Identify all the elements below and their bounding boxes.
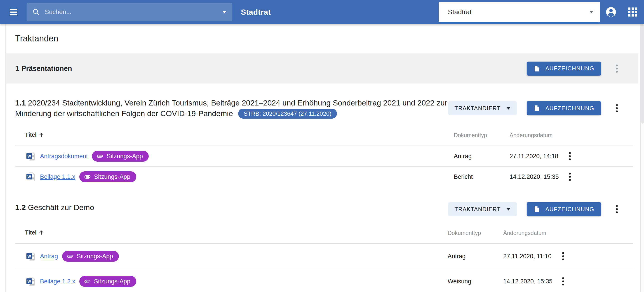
recording-button[interactable]: AUFZEICHNUNG xyxy=(527,202,601,216)
modified-cell: 27.11.2020, 11:10 xyxy=(503,253,552,260)
svg-text:W: W xyxy=(28,175,31,179)
chevron-down-icon xyxy=(506,208,510,211)
column-modified[interactable]: Änderungsdatum xyxy=(510,132,552,138)
sitzungs-app-chip[interactable]: Sitzungs-App xyxy=(92,151,149,162)
document-icon xyxy=(534,104,540,112)
page-title: Traktanden xyxy=(15,32,644,45)
table-row: W Beilage 1.1.x Sitzungs-App Bericht 14.… xyxy=(15,166,633,187)
attachment-icon xyxy=(67,253,74,260)
table-header-row: Titel Dokumenttyp Änderungsdatum xyxy=(15,124,633,146)
scrollbar[interactable] xyxy=(640,24,644,292)
modified-cell: 27.11.2020, 14:18 xyxy=(510,153,558,160)
workspace-select-value: Stadtrat xyxy=(448,8,472,16)
sort-ascending-icon xyxy=(38,230,44,236)
column-doc-type[interactable]: Dokumenttyp xyxy=(454,132,487,138)
column-modified[interactable]: Änderungsdatum xyxy=(503,230,546,236)
kebab-icon xyxy=(569,155,571,157)
agenda-item-number: 1.1 xyxy=(15,98,26,107)
agenda-item-1-2: 1.2 Geschäft zur Demo TRAKTANDIERT AUFZE… xyxy=(15,202,638,292)
row-more-button[interactable] xyxy=(558,249,568,263)
recording-button[interactable]: AUFZEICHNUNG xyxy=(527,101,601,115)
row-more-button[interactable] xyxy=(565,149,575,163)
table-row: W Antragsdokument Sitzungs-App Antrag 27… xyxy=(15,146,633,166)
workspace-select[interactable]: Stadtrat xyxy=(439,2,600,22)
svg-text:W: W xyxy=(28,279,31,284)
strb-badge: STRB: 2020/123647 (27.11.2020) xyxy=(238,109,337,119)
hamburger-icon xyxy=(10,9,18,10)
kebab-icon xyxy=(616,68,618,69)
apps-grid-icon xyxy=(628,8,637,17)
doc-type-cell: Antrag xyxy=(448,253,466,260)
attachment-icon xyxy=(84,278,91,285)
agenda-item-1-1: 1.1 2020/234 Stadtentwicklung, Verein Zü… xyxy=(15,98,638,187)
agenda-item-more-button[interactable] xyxy=(612,101,622,115)
word-file-icon: W xyxy=(26,172,35,182)
agenda-item-title: 1.1 2020/234 Stadtentwicklung, Verein Zü… xyxy=(15,98,448,119)
sort-ascending-icon xyxy=(38,132,44,138)
search-scope-caret-icon[interactable] xyxy=(222,11,226,13)
agenda-item-title: 1.2 Geschäft zur Demo xyxy=(15,202,448,213)
sitzungs-app-chip[interactable]: Sitzungs-App xyxy=(62,251,119,262)
table-row: W Beilage 1.2.x Sitzungs-App Weisung 14.… xyxy=(15,269,633,292)
search-box[interactable] xyxy=(27,3,232,21)
word-file-icon: W xyxy=(26,251,35,261)
column-title[interactable]: Titel xyxy=(25,229,44,236)
chevron-down-icon xyxy=(506,107,510,109)
column-title[interactable]: Titel xyxy=(25,131,44,138)
word-file-icon: W xyxy=(26,152,35,161)
presentations-count-label: 1 Präsentationen xyxy=(16,65,72,73)
main-content: Traktanden 1 Präsentationen AUFZEICHNUNG… xyxy=(0,32,644,292)
search-input[interactable] xyxy=(45,8,222,16)
presentations-more-button[interactable] xyxy=(612,62,622,76)
document-icon xyxy=(534,205,540,213)
row-more-button[interactable] xyxy=(565,170,575,184)
svg-text:W: W xyxy=(28,254,31,258)
word-file-icon: W xyxy=(26,277,35,286)
account-button[interactable] xyxy=(605,6,617,18)
sitzungs-app-chip[interactable]: Sitzungs-App xyxy=(79,276,136,287)
document-link[interactable]: Beilage 1.2.x xyxy=(40,278,75,285)
table-row: W Antrag Sitzungs-App Antrag 27.11.2020,… xyxy=(15,244,633,269)
document-icon xyxy=(534,65,540,72)
documents-table: Titel Dokumenttyp Änderungsdatum W xyxy=(15,222,633,292)
document-link[interactable]: Antragsdokument xyxy=(40,153,88,160)
scrollbar-thumb[interactable] xyxy=(641,24,644,124)
table-header-row: Titel Dokumenttyp Änderungsdatum xyxy=(15,222,633,244)
svg-text:W: W xyxy=(28,154,31,159)
status-dropdown-button[interactable]: TRAKTANDIERT xyxy=(448,202,517,216)
presentations-bar: 1 Präsentationen AUFZEICHNUNG xyxy=(6,53,638,84)
search-icon xyxy=(32,8,40,16)
doc-type-cell: Weisung xyxy=(448,278,471,285)
doc-type-cell: Antrag xyxy=(454,153,472,160)
agenda-item-more-button[interactable] xyxy=(612,202,622,216)
kebab-icon xyxy=(569,176,571,178)
menu-button[interactable] xyxy=(7,5,20,19)
app-header: Stadtrat Stadtrat xyxy=(0,0,644,24)
kebab-icon xyxy=(616,208,618,210)
account-circle-icon xyxy=(605,6,617,18)
sitzungs-app-chip[interactable]: Sitzungs-App xyxy=(79,171,136,182)
row-more-button[interactable] xyxy=(558,274,568,288)
modified-cell: 14.12.2020, 15:35 xyxy=(510,173,559,180)
kebab-icon xyxy=(562,255,564,257)
doc-type-cell: Bericht xyxy=(454,173,473,180)
chevron-down-icon xyxy=(589,11,594,13)
kebab-icon xyxy=(616,107,618,109)
recording-button[interactable]: AUFZEICHNUNG xyxy=(527,62,601,76)
kebab-icon xyxy=(562,280,564,282)
attachment-icon xyxy=(84,173,91,180)
status-dropdown-button[interactable]: TRAKTANDIERT xyxy=(448,101,517,115)
modified-cell: 14.12.2020, 15:35 xyxy=(503,278,552,285)
column-doc-type[interactable]: Dokumenttyp xyxy=(448,230,481,236)
documents-table: Titel Dokumenttyp Änderungsdatum W xyxy=(15,124,633,187)
document-link[interactable]: Beilage 1.1.x xyxy=(40,173,75,180)
content-left-divider xyxy=(6,24,6,292)
attachment-icon xyxy=(96,153,104,160)
agenda-item-number: 1.2 xyxy=(15,203,26,212)
app-title: Stadtrat xyxy=(241,8,271,17)
document-link[interactable]: Antrag xyxy=(40,253,58,260)
apps-grid-button[interactable] xyxy=(626,6,639,18)
